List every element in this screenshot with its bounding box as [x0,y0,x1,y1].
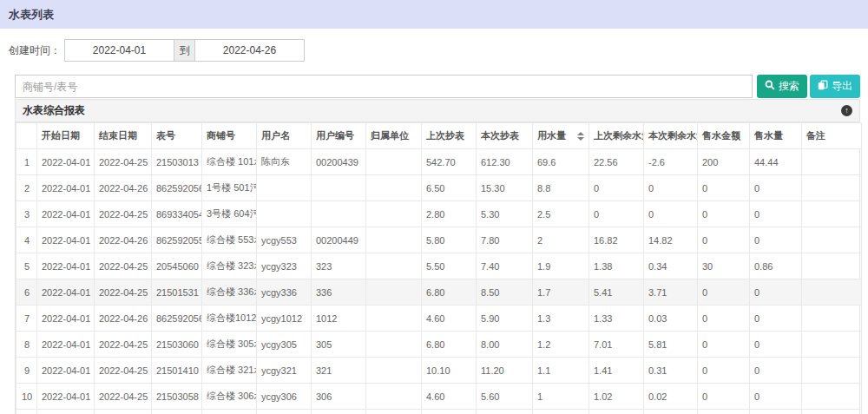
column-header-row-index[interactable] [16,123,37,149]
search-icon [765,80,775,93]
user-id-cell: 323 [312,253,366,279]
prev-reading-cell: 5.80 [422,227,477,253]
sale-volume-cell: 44.44 [750,149,802,175]
prev-reading-cell: 6.80 [422,279,477,306]
prev-remaining-cell: 7.01 [589,332,644,358]
row-index-cell: 9 [16,358,37,384]
water-usage-cell: 1.1 [533,358,589,384]
table-row[interactable]: 22022-04-012022-04-2686259205601号楼 501污水… [16,175,862,201]
column-header-meter-no[interactable]: 表号 [152,123,202,149]
column-header-water-usage[interactable]: 用水量 [533,123,589,149]
username-cell: ycgy305 [257,332,312,358]
remark-cell [802,384,862,410]
remark-cell [802,306,862,332]
water-usage-cell: 1 [533,384,589,410]
user-id-cell: 321 [312,358,366,384]
current-reading-cell: 8.00 [477,332,533,358]
current-reading-cell: 15.30 [477,175,533,201]
search-button[interactable]: 搜索 [757,75,807,98]
column-header-shop-no[interactable]: 商铺号 [202,123,257,149]
water-usage-cell: 1.9 [533,253,589,279]
current-remaining-cell: -2.6 [644,149,698,175]
user-id-cell [312,175,366,201]
table-row[interactable]: 32022-04-012022-04-2586933405463号楼 604污水… [16,201,862,227]
prev-reading-cell: 5.50 [422,253,477,279]
collapse-top-icon[interactable]: ↑ [841,105,852,116]
prev-reading-cell: 5.20 [422,410,477,414]
table-row[interactable]: 12022-04-012022-04-2521503013综合楼 101水陈向东… [16,149,862,175]
sale-volume-cell: 0 [750,332,802,358]
column-header-remark[interactable]: 备注 [802,123,862,149]
table-row[interactable]: 72022-04-012022-04-268625920560综合楼1012 水… [16,306,862,332]
search-button-label: 搜索 [779,79,799,94]
column-header-username[interactable]: 用户名 [257,123,312,149]
current-remaining-cell: 14.82 [644,227,698,253]
column-header-sale-amount[interactable]: 售水金额 [698,123,750,149]
sort-icon[interactable] [577,132,584,141]
shop-no-cell: 综合楼 328水 [202,410,257,414]
column-header-current-reading[interactable]: 本次抄表 [477,123,533,149]
table-row[interactable]: 52022-04-012022-04-2520545060综合楼 323水ycg… [16,253,862,279]
prev-remaining-cell: 1.38 [589,253,644,279]
prev-remaining-cell: 5.41 [589,279,644,306]
user-id-cell: 00200449 [312,227,366,253]
sale-volume-cell: 0 [750,175,802,201]
column-header-sale-volume[interactable]: 售水量 [750,123,802,149]
end-date-input[interactable] [194,39,305,62]
remark-cell [802,175,862,201]
search-input[interactable] [15,75,753,98]
shop-no-cell: 综合楼 336水 [202,279,257,306]
current-remaining-cell: 0 [644,201,698,227]
sale-amount-cell: 0 [698,227,750,253]
column-header-start-date[interactable]: 开始日期 [37,123,95,149]
remark-cell [802,358,862,384]
table-row[interactable]: 42022-04-012022-04-268625920558综合楼 553水y… [16,227,862,253]
table-row[interactable]: 112022-04-012022-04-2520545143综合楼 328水5.… [16,410,862,414]
prev-remaining-cell: 0 [589,175,644,201]
water-usage-cell: 69.6 [533,149,589,175]
owner-unit-cell [366,175,422,201]
column-header-user-id[interactable]: 用户编号 [312,123,366,149]
owner-unit-cell [366,410,422,414]
meter-no-cell: 8693340546 [152,201,202,227]
shop-no-cell: 综合楼 306水 [202,384,257,410]
sale-volume-cell: 0 [750,384,802,410]
start-date-input[interactable] [64,39,174,62]
sale-volume-cell: 0 [750,410,802,414]
remark-cell [802,332,862,358]
current-reading-cell: 5.90 [477,306,533,332]
row-index-cell: 10 [16,384,37,410]
current-reading-cell: 7.40 [477,253,533,279]
water-usage-cell: 8.8 [533,175,589,201]
column-header-prev-reading[interactable]: 上次抄表 [422,123,477,149]
column-header-prev-remaining[interactable]: 上次剩余水量 [589,123,644,149]
column-header-owner-unit[interactable]: 归属单位 [366,123,422,149]
current-reading-cell: 11.20 [477,358,533,384]
shop-no-cell: 1号楼 501污水 [202,175,257,201]
shop-no-cell: 3号楼 604污水 [202,201,257,227]
user-id-cell: 306 [312,384,366,410]
username-cell [257,410,312,414]
water-usage-cell: 1.2 [533,332,589,358]
sale-amount-cell: 30 [698,253,750,279]
column-header-current-remaining[interactable]: 本次剩余水量 [644,123,698,149]
prev-remaining-cell: 1.02 [589,384,644,410]
table-row[interactable]: 92022-04-012022-04-2521501410综合楼 321水ycg… [16,358,862,384]
table-row[interactable]: 62022-04-012022-04-2521501531综合楼 336水ycg… [16,279,862,306]
meter-no-cell: 21503058 [152,384,202,410]
meter-no-cell: 8625920560 [152,306,202,332]
user-id-cell [312,410,366,414]
owner-unit-cell [366,149,422,175]
meter-no-cell: 21503060 [152,332,202,358]
user-id-cell: 336 [312,279,366,306]
column-header-end-date[interactable]: 结束日期 [95,123,152,149]
date-range-group: 到 [64,39,305,62]
username-cell: ycgy553 [257,227,312,253]
export-button[interactable]: 导出 [810,75,860,98]
sale-amount-cell: 200 [698,149,750,175]
table-row[interactable]: 82022-04-012022-04-2521503060综合楼 305水ycg… [16,332,862,358]
owner-unit-cell [366,253,422,279]
table-row[interactable]: 102022-04-012022-04-2521503058综合楼 306水yc… [16,384,862,410]
shop-no-cell: 综合楼 321水 [202,358,257,384]
owner-unit-cell [366,306,422,332]
